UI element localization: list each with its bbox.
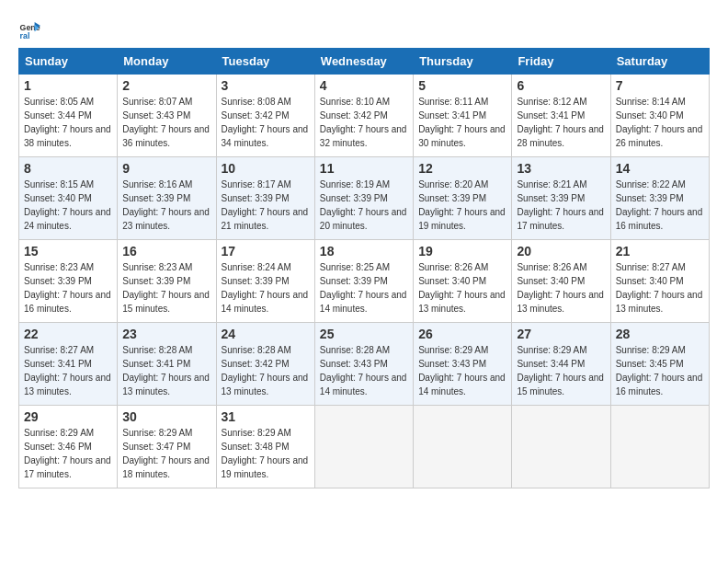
calendar-cell: 29 Sunrise: 8:29 AM Sunset: 3:46 PM Dayl… <box>19 406 118 488</box>
sunset-label: Sunset: 3:39 PM <box>616 193 684 203</box>
sunset-label: Sunset: 3:39 PM <box>320 276 388 286</box>
sunset-label: Sunset: 3:40 PM <box>517 276 585 286</box>
calendar-cell: 2 Sunrise: 8:07 AM Sunset: 3:43 PM Dayli… <box>118 75 216 157</box>
sunrise-label: Sunrise: 8:23 AM <box>24 262 94 272</box>
day-info: Sunrise: 8:19 AM Sunset: 3:39 PM Dayligh… <box>320 178 408 233</box>
day-info: Sunrise: 8:07 AM Sunset: 3:43 PM Dayligh… <box>122 95 210 150</box>
sunrise-label: Sunrise: 8:11 AM <box>418 97 488 107</box>
sunset-label: Sunset: 3:47 PM <box>122 442 190 452</box>
day-number: 28 <box>616 327 704 341</box>
calendar-cell: 26 Sunrise: 8:29 AM Sunset: 3:43 PM Dayl… <box>414 323 512 406</box>
daylight-label: Daylight: 7 hours and 13 minutes. <box>24 373 111 396</box>
sunset-label: Sunset: 3:39 PM <box>222 193 290 203</box>
daylight-label: Daylight: 7 hours and 13 minutes. <box>616 290 703 314</box>
weekday-header-tuesday: Tuesday <box>216 49 314 75</box>
sunset-label: Sunset: 3:39 PM <box>222 276 290 286</box>
day-number: 13 <box>517 161 605 176</box>
calendar-cell: 14 Sunrise: 8:22 AM Sunset: 3:39 PM Dayl… <box>610 157 709 240</box>
day-info: Sunrise: 8:28 AM Sunset: 3:41 PM Dayligh… <box>122 343 210 398</box>
daylight-label: Daylight: 7 hours and 14 minutes. <box>222 290 309 314</box>
sunrise-label: Sunrise: 8:29 AM <box>222 428 291 438</box>
day-info: Sunrise: 8:21 AM Sunset: 3:39 PM Dayligh… <box>517 178 605 233</box>
day-info: Sunrise: 8:11 AM Sunset: 3:41 PM Dayligh… <box>418 95 506 150</box>
calendar-cell <box>610 406 709 488</box>
calendar-cell: 22 Sunrise: 8:27 AM Sunset: 3:41 PM Dayl… <box>19 323 118 406</box>
calendar-week-3: 15 Sunrise: 8:23 AM Sunset: 3:39 PM Dayl… <box>19 240 710 323</box>
day-number: 26 <box>418 327 506 341</box>
logo: Gene ral <box>18 18 44 40</box>
weekday-header-saturday: Saturday <box>610 49 709 75</box>
calendar-cell: 17 Sunrise: 8:24 AM Sunset: 3:39 PM Dayl… <box>216 240 314 323</box>
weekday-header-wednesday: Wednesday <box>314 49 413 75</box>
weekday-header-sunday: Sunday <box>19 49 118 75</box>
daylight-label: Daylight: 7 hours and 16 minutes. <box>616 373 703 396</box>
calendar-cell: 10 Sunrise: 8:17 AM Sunset: 3:39 PM Dayl… <box>216 157 314 240</box>
daylight-label: Daylight: 7 hours and 19 minutes. <box>222 455 309 479</box>
day-info: Sunrise: 8:12 AM Sunset: 3:41 PM Dayligh… <box>517 95 605 150</box>
daylight-label: Daylight: 7 hours and 32 minutes. <box>320 124 407 148</box>
daylight-label: Daylight: 7 hours and 14 minutes. <box>320 373 407 396</box>
sunset-label: Sunset: 3:41 PM <box>24 359 92 369</box>
day-info: Sunrise: 8:10 AM Sunset: 3:42 PM Dayligh… <box>320 95 408 150</box>
calendar-cell: 12 Sunrise: 8:20 AM Sunset: 3:39 PM Dayl… <box>414 157 512 240</box>
sunrise-label: Sunrise: 8:16 AM <box>122 179 192 190</box>
day-number: 20 <box>517 244 605 259</box>
header: Gene ral <box>18 18 710 40</box>
day-info: Sunrise: 8:25 AM Sunset: 3:39 PM Dayligh… <box>320 260 408 316</box>
daylight-label: Daylight: 7 hours and 17 minutes. <box>24 455 111 479</box>
sunrise-label: Sunrise: 8:21 AM <box>517 179 586 190</box>
day-info: Sunrise: 8:23 AM Sunset: 3:39 PM Dayligh… <box>122 260 210 316</box>
calendar-cell: 31 Sunrise: 8:29 AM Sunset: 3:48 PM Dayl… <box>216 406 314 488</box>
sunrise-label: Sunrise: 8:26 AM <box>517 262 586 272</box>
day-number: 19 <box>418 244 506 259</box>
sunrise-label: Sunrise: 8:05 AM <box>24 97 94 107</box>
daylight-label: Daylight: 7 hours and 30 minutes. <box>418 124 506 148</box>
sunset-label: Sunset: 3:39 PM <box>418 193 486 203</box>
daylight-label: Daylight: 7 hours and 18 minutes. <box>122 455 210 479</box>
day-info: Sunrise: 8:16 AM Sunset: 3:39 PM Dayligh… <box>122 178 210 233</box>
day-number: 10 <box>222 161 310 176</box>
day-info: Sunrise: 8:26 AM Sunset: 3:40 PM Dayligh… <box>517 260 605 316</box>
day-number: 7 <box>616 78 704 93</box>
daylight-label: Daylight: 7 hours and 26 minutes. <box>616 124 703 148</box>
sunrise-label: Sunrise: 8:20 AM <box>418 179 488 190</box>
calendar-cell: 21 Sunrise: 8:27 AM Sunset: 3:40 PM Dayl… <box>610 240 709 323</box>
svg-text:ral: ral <box>20 31 30 40</box>
calendar-cell: 13 Sunrise: 8:21 AM Sunset: 3:39 PM Dayl… <box>512 157 610 240</box>
calendar-table: SundayMondayTuesdayWednesdayThursdayFrid… <box>18 48 710 488</box>
calendar-cell: 27 Sunrise: 8:29 AM Sunset: 3:44 PM Dayl… <box>512 323 610 406</box>
sunset-label: Sunset: 3:40 PM <box>616 276 684 286</box>
calendar-cell: 25 Sunrise: 8:28 AM Sunset: 3:43 PM Dayl… <box>314 323 413 406</box>
sunset-label: Sunset: 3:39 PM <box>122 276 190 286</box>
calendar-cell: 5 Sunrise: 8:11 AM Sunset: 3:41 PM Dayli… <box>414 75 512 157</box>
day-number: 4 <box>320 78 408 93</box>
calendar-cell <box>414 406 512 488</box>
daylight-label: Daylight: 7 hours and 16 minutes. <box>616 207 703 231</box>
calendar-week-5: 29 Sunrise: 8:29 AM Sunset: 3:46 PM Dayl… <box>19 406 710 488</box>
day-info: Sunrise: 8:29 AM Sunset: 3:46 PM Dayligh… <box>24 426 112 481</box>
sunrise-label: Sunrise: 8:28 AM <box>222 345 291 355</box>
daylight-label: Daylight: 7 hours and 15 minutes. <box>122 290 210 314</box>
daylight-label: Daylight: 7 hours and 13 minutes. <box>222 373 309 396</box>
daylight-label: Daylight: 7 hours and 14 minutes. <box>320 290 407 314</box>
calendar-cell: 23 Sunrise: 8:28 AM Sunset: 3:41 PM Dayl… <box>118 323 216 406</box>
sunset-label: Sunset: 3:41 PM <box>517 110 585 121</box>
sunrise-label: Sunrise: 8:27 AM <box>616 262 686 272</box>
day-number: 23 <box>122 327 210 341</box>
sunrise-label: Sunrise: 8:25 AM <box>320 262 390 272</box>
sunset-label: Sunset: 3:45 PM <box>616 359 684 369</box>
day-info: Sunrise: 8:24 AM Sunset: 3:39 PM Dayligh… <box>222 260 310 316</box>
calendar-cell <box>512 406 610 488</box>
sunset-label: Sunset: 3:43 PM <box>122 110 190 121</box>
daylight-label: Daylight: 7 hours and 38 minutes. <box>24 124 111 148</box>
weekday-header-monday: Monday <box>118 49 216 75</box>
day-number: 8 <box>24 161 112 176</box>
sunset-label: Sunset: 3:41 PM <box>122 359 190 369</box>
calendar-week-4: 22 Sunrise: 8:27 AM Sunset: 3:41 PM Dayl… <box>19 323 710 406</box>
sunrise-label: Sunrise: 8:07 AM <box>122 97 192 107</box>
calendar-body: 1 Sunrise: 8:05 AM Sunset: 3:44 PM Dayli… <box>19 75 710 488</box>
calendar-cell: 8 Sunrise: 8:15 AM Sunset: 3:40 PM Dayli… <box>19 157 118 240</box>
sunrise-label: Sunrise: 8:17 AM <box>222 179 291 190</box>
day-number: 9 <box>122 161 210 176</box>
calendar-cell: 18 Sunrise: 8:25 AM Sunset: 3:39 PM Dayl… <box>314 240 413 323</box>
